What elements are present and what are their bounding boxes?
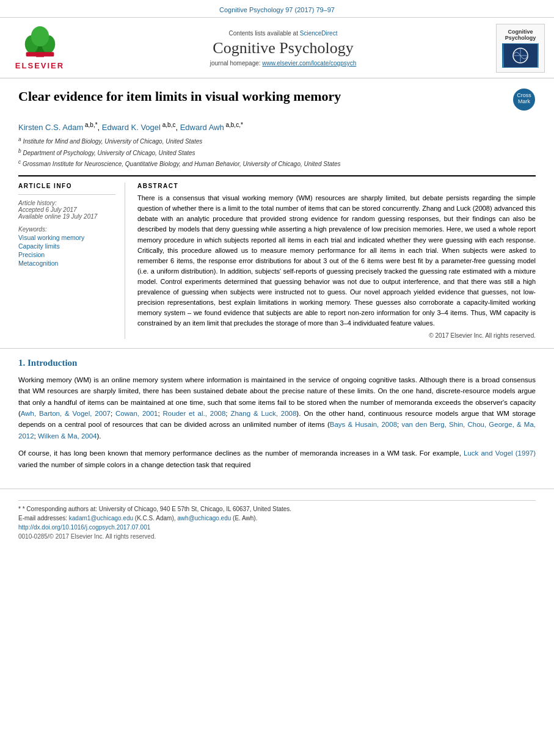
- elsevier-tree-icon: [20, 26, 60, 60]
- affil-b-marker: b: [18, 148, 21, 154]
- affil-c-text: Grossman Institute for Neuroscience, Qua…: [23, 161, 341, 167]
- sciencedirect-link[interactable]: ScienceDirect: [300, 30, 338, 37]
- main-body: 1. Introduction Working memory (WM) is a…: [0, 348, 554, 489]
- abstract-heading: ABSTRACT: [137, 183, 536, 189]
- doi-line: http://dx.doi.org/10.1016/j.cogpsych.201…: [18, 524, 536, 531]
- intro-paragraph-1: Working memory (WM) is an online memory …: [18, 374, 536, 442]
- affiliations: a Institute for Mind and Biology, Univer…: [18, 136, 536, 169]
- corresponding-text: * Corresponding authors at: University o…: [23, 506, 291, 512]
- svg-text:Mark: Mark: [518, 98, 530, 104]
- ref-bays2008[interactable]: Bays & Husain, 2008: [330, 421, 397, 428]
- ref-cowan2001[interactable]: Cowan, 2001: [115, 410, 158, 417]
- ref-awh2007[interactable]: Awh, Barton, & Vogel, 2007: [21, 410, 111, 417]
- ref-wilken2004[interactable]: Wilken & Ma, 2004: [38, 432, 97, 440]
- affil-b-text: Department of Psychology, University of …: [23, 150, 195, 156]
- available-date: Available online 19 July 2017: [18, 213, 115, 220]
- author-adam-sup: a,b,: [83, 122, 95, 128]
- email2-link[interactable]: awh@uchicago.edu: [177, 515, 231, 522]
- email-line: E-mail addresses: kadam1@uchicago.edu (K…: [18, 515, 536, 522]
- keyword-1: Visual working memory: [18, 234, 115, 241]
- article-title-section: Clear evidence for item limits in visual…: [18, 88, 536, 117]
- journal-main-title: Cognitive Psychology: [76, 39, 490, 57]
- journal-ref: Cognitive Psychology 97 (2017) 79–97: [219, 6, 335, 13]
- sciencedirect-line: Contents lists available at ScienceDirec…: [76, 30, 490, 37]
- thick-divider: [18, 175, 536, 176]
- keywords-section: Keywords: Visual working memory Capacity…: [18, 226, 115, 267]
- ref-luck1997[interactable]: Luck and Vogel (1997): [464, 449, 536, 457]
- footer-rule: [18, 500, 536, 501]
- logo-box-image: [502, 43, 539, 68]
- top-bar: Cognitive Psychology 97 (2017) 79–97: [0, 0, 554, 18]
- page: Cognitive Psychology 97 (2017) 79–97 ELS…: [0, 0, 554, 756]
- svg-rect-5: [26, 52, 54, 56]
- logo-box-title: CognitivePsychology: [505, 29, 536, 41]
- keyword-2: Capacity limits: [18, 242, 115, 250]
- intro-paragraph-2: Of course, it has long been known that m…: [18, 448, 536, 470]
- doi-link[interactable]: http://dx.doi.org/10.1016/j.cogpsych.201…: [18, 524, 150, 531]
- article-title: Clear evidence for item limits in visual…: [18, 88, 505, 106]
- abstract-col: ABSTRACT There is a consensus that visua…: [137, 183, 536, 339]
- author-vogel-sup: a,b,c: [161, 122, 175, 128]
- author-vogel[interactable]: Edward K. Vogel: [102, 123, 161, 132]
- author-awh[interactable]: Edward Awh: [180, 123, 224, 132]
- author-awh-star: *: [241, 122, 243, 128]
- two-col-section: ARTICLE INFO Article history: Accepted 6…: [18, 183, 536, 339]
- history-label: Article history:: [18, 200, 115, 206]
- keyword-3: Precision: [18, 251, 115, 258]
- homepage-label: journal homepage:: [210, 60, 261, 67]
- authors-line: Kirsten C.S. Adam a,b,*, Edward K. Vogel…: [18, 122, 536, 132]
- svg-point-4: [31, 26, 48, 46]
- elsevier-logo: ELSEVIER: [9, 26, 70, 70]
- article-info-col: ARTICLE INFO Article history: Accepted 6…: [18, 183, 125, 339]
- keyword-4: Metacognition: [18, 260, 115, 267]
- corresponding-note: * * Corresponding authors at: University…: [18, 506, 536, 512]
- crossmark-badge: Cross Mark: [512, 88, 536, 114]
- affil-a-text: Institute for Mind and Biology, Universi…: [23, 139, 202, 145]
- elsevier-wordmark: ELSEVIER: [15, 61, 64, 70]
- journal-homepage: journal homepage: www.elsevier.com/locat…: [76, 60, 490, 67]
- ref-rouder2008[interactable]: Rouder et al., 2008: [163, 410, 226, 417]
- email-label: E-mail addresses:: [18, 515, 67, 522]
- article-history: Article history: Accepted 6 July 2017 Av…: [18, 200, 115, 220]
- email1-link[interactable]: kadam1@uchicago.edu: [69, 515, 133, 522]
- journal-header: ELSEVIER Contents lists available at Sci…: [0, 18, 554, 79]
- svg-text:Cross: Cross: [517, 92, 531, 98]
- article-info-heading: ARTICLE INFO: [18, 183, 115, 189]
- info-rule: [18, 194, 115, 195]
- footer-section: * * Corresponding authors at: University…: [0, 489, 554, 548]
- author-adam[interactable]: Kirsten C.S. Adam: [18, 123, 83, 132]
- ref-zhang2008[interactable]: Zhang & Luck, 2008: [230, 410, 296, 417]
- author-adam-star: *: [95, 122, 98, 128]
- homepage-url[interactable]: www.elsevier.com/locate/cogpsych: [262, 60, 356, 67]
- copyright-line: © 2017 Elsevier Inc. All rights reserved…: [137, 332, 536, 339]
- journal-logo-box: CognitivePsychology: [496, 24, 545, 73]
- star-marker: *: [18, 506, 23, 512]
- article-content: Clear evidence for item limits in visual…: [0, 79, 554, 348]
- email1-name: (K.C.S. Adam),: [135, 515, 176, 522]
- abstract-text: There is a consensus that visual working…: [137, 193, 536, 329]
- journal-title-block: Contents lists available at ScienceDirec…: [76, 30, 490, 67]
- contents-available-text: Contents lists available at: [229, 30, 298, 37]
- section-1-title: 1. Introduction: [18, 358, 536, 368]
- email2-name: (E. Awh).: [233, 515, 257, 522]
- issn-line: 0010-0285/© 2017 Elsevier Inc. All right…: [18, 533, 536, 540]
- affil-a-marker: a: [18, 136, 21, 142]
- accepted-date: Accepted 6 July 2017: [18, 206, 115, 213]
- author-awh-sup: a,b,c,: [224, 122, 241, 128]
- keywords-label: Keywords:: [18, 226, 115, 233]
- affil-c-marker: c: [18, 159, 21, 165]
